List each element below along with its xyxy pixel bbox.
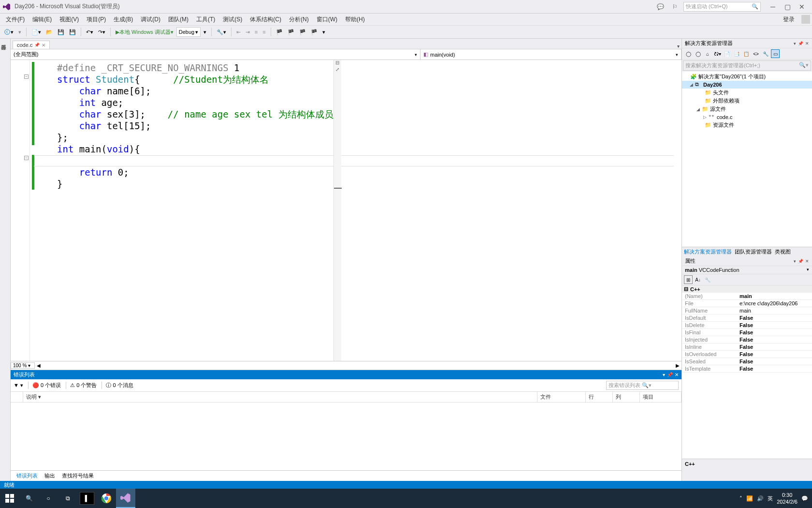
messages-filter[interactable]: ⓘ 0 个消息 — [102, 382, 133, 389]
open-button[interactable]: 📂 — [44, 27, 55, 37]
terminal-app[interactable]: ▌ — [80, 492, 94, 505]
menu-view[interactable]: 视图(V) — [56, 15, 83, 24]
pin-icon[interactable]: 📌 — [34, 43, 40, 47]
indent-right-button[interactable]: ⇥ — [244, 27, 252, 37]
taskview-button[interactable]: ⧉ — [58, 489, 77, 508]
fold-icon[interactable]: − — [24, 75, 29, 79]
config-combo[interactable]: Debug▾ — [176, 27, 201, 37]
show-all-icon[interactable]: 📋 — [742, 49, 751, 58]
solution-platform-button[interactable]: ▾ — [202, 27, 208, 37]
h-scroll-right[interactable]: ▶ — [676, 363, 680, 368]
tab-output[interactable]: 输出 — [42, 472, 58, 480]
source-folder[interactable]: ◢📁源文件 — [682, 105, 812, 113]
minimize-button[interactable]: ─ — [766, 0, 780, 14]
panel-menu-icon[interactable]: ▾ — [794, 259, 796, 264]
back-icon[interactable]: ◯ — [684, 49, 693, 58]
tab-errorlist[interactable]: 错误列表 — [14, 472, 41, 480]
code-file[interactable]: ▷⁺⁺code.c — [682, 113, 812, 121]
h-scroll-left[interactable]: ◀ — [37, 363, 41, 368]
expand-icon[interactable]: ⤢ — [334, 67, 341, 72]
code-icon[interactable]: <> — [752, 49, 760, 58]
nav-fwd-button[interactable]: ▾ — [16, 27, 23, 37]
save-button[interactable]: 💾 — [56, 27, 66, 37]
nav-back-button[interactable]: ▾ — [2, 27, 15, 37]
sign-in-link[interactable]: 登录 — [778, 15, 799, 24]
preview-icon[interactable]: ▭ — [771, 49, 780, 58]
close-panel-icon[interactable]: ✕ — [675, 372, 679, 377]
col-col[interactable]: 列 — [613, 392, 640, 402]
panel-menu-icon[interactable]: ▾ — [794, 41, 796, 46]
menu-help[interactable]: 帮助(H) — [341, 15, 369, 24]
solution-search-input[interactable]: 搜索解决方案资源管理器(Ctrl+;)🔍▾ — [683, 60, 811, 71]
member-combo[interactable]: ◧main(void)▾ — [420, 49, 682, 60]
notifications-icon[interactable]: 💬 — [801, 495, 808, 502]
menu-team[interactable]: 团队(M) — [164, 15, 192, 24]
close-panel-icon[interactable]: ✕ — [805, 259, 809, 264]
tab-findsymbol[interactable]: 查找符号结果 — [59, 472, 97, 480]
menu-edit[interactable]: 编辑(E) — [29, 15, 56, 24]
close-button[interactable]: ✕ — [795, 0, 809, 14]
project-node[interactable]: ◢⧉Day206 — [682, 81, 812, 89]
toolbar-overflow[interactable]: ▾ — [320, 27, 327, 37]
col-line[interactable]: 行 — [586, 392, 613, 402]
cortana-button[interactable]: ○ — [39, 489, 58, 508]
editor-tab-code[interactable]: code.c 📌 ✕ — [13, 41, 50, 49]
close-panel-icon[interactable]: ✕ — [805, 41, 809, 46]
col-desc[interactable]: 说明 ▾ — [23, 392, 537, 402]
overview-ruler[interactable]: ⊟ ⤢ — [334, 60, 341, 361]
ime-indicator[interactable]: 英 — [768, 495, 773, 502]
start-button[interactable] — [0, 489, 19, 508]
feedback-icon[interactable]: 💬 — [654, 2, 666, 12]
extern-folder[interactable]: 📁外部依赖项 — [682, 97, 812, 105]
properties-grid[interactable]: ⊟ C++(Name)mainFilee:\ncre c\day206\day2… — [682, 285, 812, 459]
refresh-icon[interactable]: 🗘▾ — [713, 49, 722, 58]
wifi-icon[interactable]: 📶 — [746, 495, 753, 502]
panel-menu-icon[interactable]: ▾ — [663, 372, 665, 377]
prev-bookmark-button[interactable]: 🏴 — [286, 27, 296, 37]
search-button[interactable]: 🔍 — [19, 489, 39, 508]
flag-icon[interactable]: ⚐ — [669, 2, 681, 12]
vs-app[interactable] — [116, 489, 135, 508]
menu-analyze[interactable]: 分析(N) — [285, 15, 313, 24]
pin-icon[interactable]: 📌 — [798, 41, 803, 46]
col-project[interactable]: 项目 — [640, 392, 682, 402]
collapse-icon[interactable]: 📑 — [732, 49, 741, 58]
col-file[interactable]: 文件 — [537, 392, 586, 402]
resource-folder[interactable]: 📁资源文件 — [682, 121, 812, 129]
left-dock-tab[interactable]: 服务器 — [0, 39, 11, 481]
find-button[interactable]: 🔧▾ — [215, 27, 228, 37]
fold-icon[interactable]: − — [24, 156, 29, 160]
new-button[interactable]: 📄▾ — [29, 27, 43, 37]
menu-window[interactable]: 窗口(W) — [313, 15, 341, 24]
save-all-button[interactable]: 💾 — [67, 27, 78, 37]
properties-object[interactable]: main VCCodeFunction▾ — [682, 266, 812, 274]
comment-button[interactable]: ≡ — [253, 27, 260, 37]
volume-icon[interactable]: 🔊 — [757, 495, 764, 502]
next-bookmark-button[interactable]: 🏴 — [297, 27, 308, 37]
tab-classview[interactable]: 类视图 — [775, 248, 791, 255]
fwd-icon[interactable]: ◯ — [694, 49, 702, 58]
sync-icon[interactable]: 📄 — [723, 49, 731, 58]
zoom-combo[interactable]: 100 % ▾ — [11, 362, 35, 369]
tab-overflow-icon[interactable]: ▾ — [675, 44, 682, 49]
warnings-filter[interactable]: ⚠ 0 个警告 — [66, 382, 97, 389]
close-tab-icon[interactable]: ✕ — [42, 43, 45, 48]
pin-icon[interactable]: 📌 — [667, 372, 673, 377]
menu-tools[interactable]: 工具(T) — [192, 15, 219, 24]
errors-filter[interactable]: 🔴 0 个错误 — [28, 382, 61, 389]
alpha-icon[interactable]: A↓ — [694, 275, 702, 284]
clear-bookmark-button[interactable]: 🏴 — [309, 27, 319, 37]
properties-icon[interactable]: 🔧 — [761, 49, 770, 58]
menu-project[interactable]: 项目(P) — [83, 15, 110, 24]
menu-debug[interactable]: 调试(D) — [137, 15, 164, 24]
undo-button[interactable]: ↶▾ — [84, 27, 95, 37]
menu-build[interactable]: 生成(B) — [110, 15, 137, 24]
prop-pages-icon[interactable]: 🔧 — [703, 275, 712, 284]
menu-architecture[interactable]: 体系结构(C) — [246, 15, 285, 24]
scope-combo[interactable]: (全局范围)▾ — [11, 49, 420, 60]
error-search-input[interactable]: 搜索错误列表 🔍▾ — [606, 381, 679, 390]
header-folder[interactable]: 📁头文件 — [682, 89, 812, 97]
indent-left-button[interactable]: ⇤ — [234, 27, 243, 37]
redo-button[interactable]: ↷▾ — [96, 27, 107, 37]
col-icon[interactable] — [11, 392, 23, 402]
